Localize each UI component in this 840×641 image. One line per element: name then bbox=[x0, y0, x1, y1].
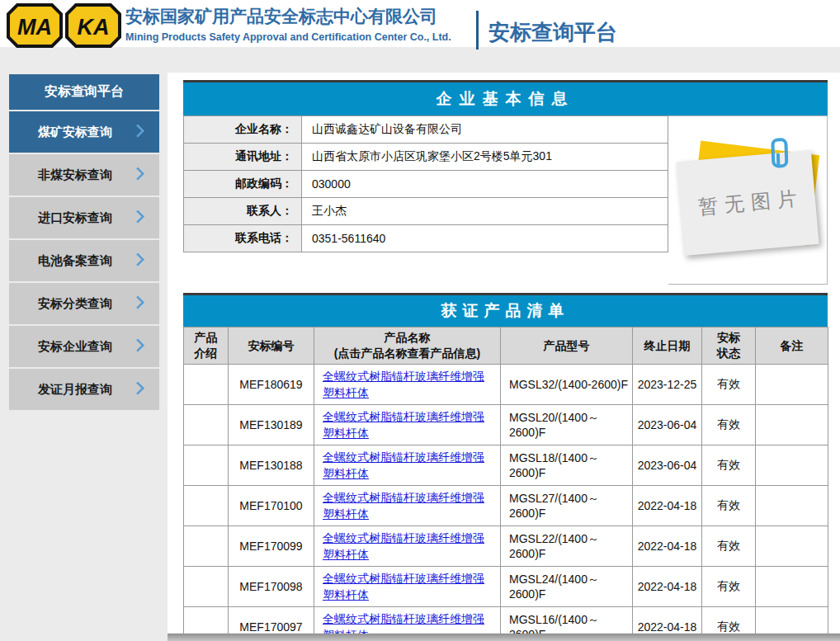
cert-no-cell: MEF130188 bbox=[229, 445, 314, 486]
col-header-end-date: 终止日期 bbox=[633, 328, 702, 365]
sidebar-item-enterprise-query[interactable]: 安标企业查询 bbox=[9, 326, 159, 367]
content-panel: 企业基本信息 企业名称： 山西诚鑫达矿山设备有限公司 通讯地址： 山西省太原市小… bbox=[168, 73, 840, 633]
product-model-cell: MGSL27/(1400～2600)F bbox=[501, 486, 633, 526]
sidebar-item-label: 非煤安标查询 bbox=[38, 167, 112, 183]
end-date-cell: 2023-06-04 bbox=[633, 405, 702, 445]
product-name-cell: 全螺纹式树脂锚杆玻璃纤维增强塑料杆体 bbox=[314, 567, 501, 607]
product-model-cell: MGSL18/(1400～2600)F bbox=[501, 445, 633, 486]
sidebar-item-import-query[interactable]: 进口安标查询 bbox=[9, 197, 159, 238]
cert-no-cell: MEF180619 bbox=[229, 365, 314, 405]
table-row: 邮政编码： 030000 bbox=[184, 171, 668, 198]
product-name-cell: 全螺纹式树脂锚杆玻璃纤维增强塑料杆体 bbox=[314, 445, 501, 486]
field-value: 山西省太原市小店区巩家堡小区2号楼5单元301 bbox=[302, 144, 668, 171]
product-intro-cell bbox=[184, 486, 229, 526]
sidebar-item-label: 电池备案查询 bbox=[38, 253, 112, 269]
chevron-right-icon bbox=[131, 338, 145, 352]
product-intro-cell bbox=[184, 405, 229, 445]
sidebar-item-label: 安标企业查询 bbox=[38, 339, 112, 355]
header-divider bbox=[476, 11, 479, 49]
note-cell bbox=[756, 365, 828, 405]
product-name-link[interactable]: 全螺纹式树脂锚杆玻璃纤维增强塑料杆体 bbox=[323, 531, 484, 561]
status-cell: 有效 bbox=[702, 486, 756, 526]
platform-title: 安标查询平台 bbox=[488, 18, 617, 47]
chevron-right-icon bbox=[131, 381, 145, 395]
table-header-row: 产品介绍 安标编号 产品名称(点击产品名称查看产品信息) 产品型号 终止日期 安… bbox=[184, 328, 828, 365]
table-row: MEF180619全螺纹式树脂锚杆玻璃纤维增强塑料杆体MGSL32/(1400-… bbox=[184, 365, 828, 405]
status-cell: 有效 bbox=[702, 365, 756, 405]
chevron-right-icon bbox=[131, 295, 145, 309]
product-name-link[interactable]: 全螺纹式树脂锚杆玻璃纤维增强塑料杆体 bbox=[323, 450, 484, 480]
note-cell bbox=[756, 486, 828, 526]
sidebar-item-classification-query[interactable]: 安标分类查询 bbox=[9, 283, 159, 324]
table-row: MEF170099全螺纹式树脂锚杆玻璃纤维增强塑料杆体MGSL22/(1400～… bbox=[184, 526, 828, 567]
product-name-link[interactable]: 全螺纹式树脂锚杆玻璃纤维增强塑料杆体 bbox=[323, 491, 484, 521]
field-label: 企业名称： bbox=[184, 116, 302, 144]
page: MA KA 安标国家矿用产品安全标志中心有限公司 Mining Products… bbox=[0, 0, 840, 641]
sidebar-item-noncoal-query[interactable]: 非煤安标查询 bbox=[9, 154, 159, 196]
maka-logo: MA KA bbox=[7, 3, 121, 48]
status-cell: 有效 bbox=[702, 526, 756, 567]
field-value: 0351-5611640 bbox=[302, 225, 668, 252]
sidebar: 安标查询平台 煤矿安标查询 非煤安标查询 进口安标查询 电池备案查询 安标分类查… bbox=[9, 74, 159, 412]
col-header-status: 安标状态 bbox=[702, 328, 756, 365]
status-cell: 有效 bbox=[702, 445, 756, 486]
sidebar-item-battery-record-query[interactable]: 电池备案查询 bbox=[9, 240, 159, 281]
product-model-cell: MGSL22/(1400～2600)F bbox=[501, 526, 633, 567]
sidebar-item-label: 安标分类查询 bbox=[38, 296, 112, 312]
product-list-title: 获证产品清单 bbox=[183, 293, 828, 327]
note-cell bbox=[756, 405, 828, 445]
end-date-cell: 2022-04-18 bbox=[633, 567, 702, 607]
table-row: MEF130188全螺纹式树脂锚杆玻璃纤维增强塑料杆体MGSL18/(1400～… bbox=[184, 445, 828, 486]
product-table: 产品介绍 安标编号 产品名称(点击产品名称查看产品信息) 产品型号 终止日期 安… bbox=[183, 327, 828, 641]
product-name-link[interactable]: 全螺纹式树脂锚杆玻璃纤维增强塑料杆体 bbox=[323, 370, 484, 399]
status-cell: 有效 bbox=[702, 567, 756, 607]
table-row: 联系电话： 0351-5611640 bbox=[184, 225, 668, 252]
product-name-cell: 全螺纹式树脂锚杆玻璃纤维增强塑料杆体 bbox=[314, 486, 501, 526]
product-name-cell: 全螺纹式树脂锚杆玻璃纤维增强塑料杆体 bbox=[314, 365, 501, 405]
note-cell bbox=[756, 445, 828, 486]
no-image-placeholder: 暂无图片 bbox=[668, 115, 828, 285]
field-label: 联系人： bbox=[184, 198, 302, 225]
product-intro-cell bbox=[184, 526, 229, 567]
horizontal-scrollbar[interactable] bbox=[168, 634, 840, 641]
svg-text:KA: KA bbox=[78, 15, 110, 40]
paperclip-icon bbox=[771, 138, 788, 168]
product-list-section: 获证产品清单 产品介绍 安标编号 产品名称(点击产品名称查看产品信息) bbox=[183, 293, 828, 641]
product-name-link[interactable]: 全螺纹式树脂锚杆玻璃纤维增强塑料杆体 bbox=[323, 572, 484, 601]
chevron-right-icon bbox=[131, 210, 145, 224]
col-header-product-name: 产品名称(点击产品名称查看产品信息) bbox=[314, 328, 501, 365]
gray-card: 暂无图片 bbox=[676, 150, 819, 256]
sidebar-item-monthly-report-query[interactable]: 发证月报查询 bbox=[9, 369, 159, 410]
field-value: 王小杰 bbox=[302, 198, 668, 225]
col-header-cert-no: 安标编号 bbox=[229, 328, 314, 365]
sidebar-item-coal-query[interactable]: 煤矿安标查询 bbox=[9, 111, 159, 153]
product-name-link[interactable]: 全螺纹式树脂锚杆玻璃纤维增强塑料杆体 bbox=[323, 410, 484, 440]
field-label: 通讯地址： bbox=[184, 144, 302, 171]
table-row: 企业名称： 山西诚鑫达矿山设备有限公司 bbox=[184, 116, 668, 144]
end-date-cell: 2022-04-18 bbox=[633, 486, 702, 526]
sidebar-item-label: 煤矿安标查询 bbox=[38, 125, 112, 140]
table-row: MEF130189全螺纹式树脂锚杆玻璃纤维增强塑料杆体MGSL20/(1400～… bbox=[184, 405, 828, 445]
product-model-cell: MGSL24/(1400～2600)F bbox=[501, 567, 633, 607]
org-name-en: Mining Products Safety Approval and Cert… bbox=[125, 31, 451, 43]
field-value: 山西诚鑫达矿山设备有限公司 bbox=[302, 116, 668, 144]
no-image-text: 暂无图片 bbox=[691, 185, 805, 221]
product-table-body: MEF180619全螺纹式树脂锚杆玻璃纤维增强塑料杆体MGSL32/(1400-… bbox=[184, 365, 828, 641]
end-date-cell: 2022-04-18 bbox=[633, 526, 702, 567]
product-model-cell: MGSL32/(1400-2600)F bbox=[501, 365, 633, 405]
company-info-table: 企业名称： 山西诚鑫达矿山设备有限公司 通讯地址： 山西省太原市小店区巩家堡小区… bbox=[183, 115, 668, 252]
product-model-cell: MGSL20/(1400～2600)F bbox=[501, 405, 633, 445]
table-row: 联系人： 王小杰 bbox=[184, 198, 668, 225]
product-intro-cell bbox=[184, 365, 229, 405]
cert-no-cell: MEF170100 bbox=[229, 486, 314, 526]
org-name-block: 安标国家矿用产品安全标志中心有限公司 Mining Products Safet… bbox=[125, 5, 451, 43]
logo-badge-ma-icon: MA bbox=[7, 3, 63, 48]
sidebar-item-label: 发证月报查询 bbox=[38, 382, 112, 398]
product-name-cell: 全螺纹式树脂锚杆玻璃纤维增强塑料杆体 bbox=[314, 526, 501, 567]
product-intro-cell bbox=[184, 567, 229, 607]
end-date-cell: 2023-06-04 bbox=[633, 445, 702, 486]
product-name-cell: 全螺纹式树脂锚杆玻璃纤维增强塑料杆体 bbox=[314, 405, 501, 445]
chevron-right-icon bbox=[131, 124, 145, 138]
col-header-model: 产品型号 bbox=[501, 328, 633, 365]
col-header-product-intro: 产品介绍 bbox=[184, 328, 229, 365]
